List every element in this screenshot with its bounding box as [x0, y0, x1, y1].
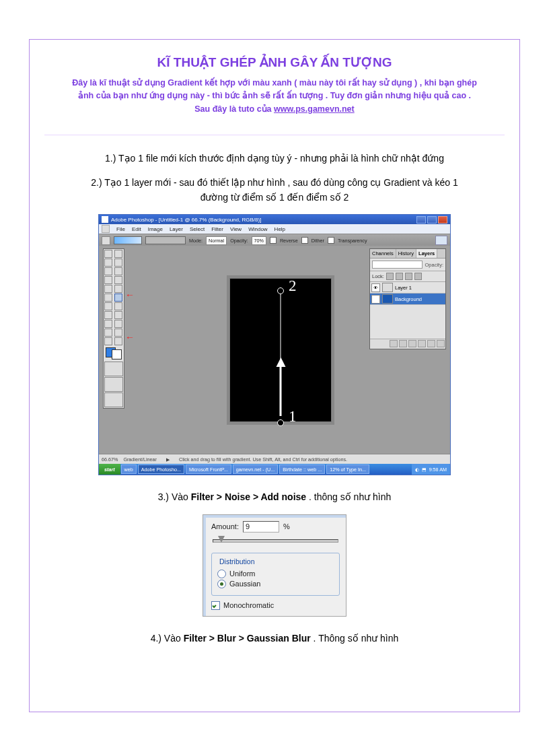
tool-zoom[interactable]: [114, 337, 122, 345]
document-frame: KĨ THUẬT GHÉP ẢNH GÂY ẤN TƯỢNG Đây là kĩ…: [29, 39, 520, 712]
menu-edit[interactable]: Edit: [132, 226, 141, 232]
menu-view[interactable]: View: [230, 226, 242, 232]
ps-app-icon: [102, 216, 108, 223]
tool-brush[interactable]: [114, 276, 122, 284]
tool-dodge[interactable]: [114, 302, 122, 310]
tab-channels[interactable]: Channels: [370, 249, 396, 258]
menu-help[interactable]: Help: [274, 226, 285, 232]
color-swatches[interactable]: [104, 346, 123, 361]
folder-icon[interactable]: [408, 340, 416, 347]
trash-icon[interactable]: [437, 340, 445, 347]
taskbar-item[interactable]: Birthdate :: web ...: [279, 465, 325, 474]
eye-icon[interactable]: 👁: [371, 295, 380, 304]
tool-stamp[interactable]: [104, 285, 112, 293]
menu-file[interactable]: File: [116, 226, 125, 232]
tool-heal[interactable]: [104, 276, 112, 284]
menu-window[interactable]: Window: [248, 226, 267, 232]
intro-paragraph: Đây là kĩ thuật sử dụng Gradient kết hợp…: [51, 77, 498, 116]
layers-panel: Channels History Layers Opacity: Lock: 👁: [369, 248, 446, 349]
tray-icon[interactable]: ◐: [415, 467, 419, 473]
radio-gaussian[interactable]: [217, 580, 226, 588]
layer-row-background[interactable]: 👁 Background: [370, 294, 445, 305]
tool-type[interactable]: [114, 311, 122, 319]
tool-move[interactable]: [114, 250, 122, 258]
tray-icon[interactable]: ⬒: [422, 467, 427, 473]
mode-select[interactable]: Normal: [206, 236, 227, 245]
menu-select[interactable]: Select: [190, 226, 205, 232]
taskbar-item[interactable]: web: [121, 465, 137, 474]
start-button[interactable]: start: [99, 464, 120, 475]
layer-row-layer1[interactable]: 👁 Layer 1: [370, 282, 445, 294]
tool-history-brush[interactable]: [114, 285, 122, 293]
lock-pixels-icon[interactable]: [396, 273, 403, 280]
taskbar-item[interactable]: gamevn.net - (U...: [233, 465, 279, 474]
menu-filter[interactable]: Filter: [211, 226, 223, 232]
monochromatic-option[interactable]: Monochromatic: [211, 601, 340, 610]
taskbar-item[interactable]: Adobe Photosho...: [138, 465, 184, 474]
mask-icon[interactable]: [399, 340, 407, 347]
lock-position-icon[interactable]: [405, 273, 412, 280]
tool-shape[interactable]: [114, 320, 122, 328]
gradient-type-buttons[interactable]: [145, 236, 186, 244]
tab-layers[interactable]: Layers: [416, 249, 437, 258]
eye-icon[interactable]: 👁: [371, 283, 380, 292]
tool-eraser[interactable]: [104, 294, 112, 302]
tool-path[interactable]: [104, 311, 112, 319]
quickmask-toggle[interactable]: [104, 362, 123, 376]
opacity-select[interactable]: 70%: [252, 236, 266, 245]
tool-gradient[interactable]: [114, 294, 122, 302]
screenmode-toggle[interactable]: [104, 377, 123, 392]
tool-preset-icon[interactable]: [102, 236, 110, 245]
tool-slice[interactable]: [114, 267, 122, 275]
amount-input[interactable]: 9: [243, 521, 279, 532]
tool-hand[interactable]: [104, 337, 112, 345]
menu-image[interactable]: Image: [148, 226, 163, 232]
tool-notes[interactable]: [104, 329, 112, 337]
fx-icon[interactable]: [390, 340, 398, 347]
maximize-button[interactable]: [427, 216, 437, 224]
tool-pen[interactable]: [104, 320, 112, 328]
monochromatic-checkbox[interactable]: [211, 601, 220, 610]
tool-blur[interactable]: [104, 302, 112, 310]
tool-marquee[interactable]: [104, 250, 112, 258]
tool-crop[interactable]: [104, 267, 112, 275]
transparency-checkbox[interactable]: [328, 237, 334, 244]
taskbar-item[interactable]: 12% of Type In...: [326, 465, 369, 474]
adjust-icon[interactable]: [418, 340, 426, 347]
tool-wand[interactable]: [114, 259, 122, 267]
blend-mode-select[interactable]: [372, 261, 423, 269]
gaussian-option[interactable]: Gaussian: [217, 580, 334, 588]
lock-all-icon[interactable]: [414, 273, 422, 280]
new-layer-icon[interactable]: [427, 340, 435, 347]
page-title: KĨ THUẬT GHÉP ẢNH GÂY ẤN TƯỢNG: [44, 55, 505, 70]
intro-link[interactable]: www.ps.gamevn.net: [274, 104, 355, 114]
uniform-option[interactable]: Uniform: [217, 570, 334, 578]
minimize-button[interactable]: [416, 216, 426, 224]
taskbar-item[interactable]: Microsoft FrontP...: [186, 465, 231, 474]
slider-thumb[interactable]: [218, 536, 225, 543]
layer-opacity-label: Opacity:: [425, 262, 443, 268]
add-noise-dialog: Amount: 9 % Distribution Uniform Gaussia…: [203, 514, 346, 617]
tab-history[interactable]: History: [396, 249, 416, 258]
palette-well-icon[interactable]: [435, 236, 447, 245]
ps-menubar: File Edit Image Layer Select Filter View…: [99, 224, 450, 234]
ps-canvas[interactable]: 2 1: [229, 278, 332, 422]
menu-layer[interactable]: Layer: [170, 226, 183, 232]
ps-menu-icon: [102, 225, 110, 233]
step-4: 4.) Vào Filter > Blur > Gaussian Blur . …: [71, 631, 478, 646]
background-color-swatch[interactable]: [112, 349, 122, 359]
reverse-checkbox[interactable]: [270, 237, 277, 244]
step-2: 2.) Tạo 1 layer mới - sau đó thiết lập n…: [71, 176, 478, 205]
intro-line-2: ảnh của bạn như ứng dụng này - thì bức ả…: [78, 91, 471, 100]
step-3-bold: Filter > Noise > Add noise: [191, 491, 306, 502]
monochromatic-label: Monochromatic: [223, 601, 274, 609]
imageready-jump[interactable]: [104, 392, 123, 407]
lock-transparent-icon[interactable]: [386, 273, 394, 280]
radio-uniform[interactable]: [217, 570, 226, 578]
close-button[interactable]: [438, 216, 447, 224]
gradient-preview-swatch[interactable]: [114, 236, 142, 244]
tool-lasso[interactable]: [104, 259, 112, 267]
tool-eyedropper[interactable]: [114, 329, 122, 337]
dither-checkbox[interactable]: [301, 237, 308, 244]
amount-slider[interactable]: [211, 537, 340, 546]
